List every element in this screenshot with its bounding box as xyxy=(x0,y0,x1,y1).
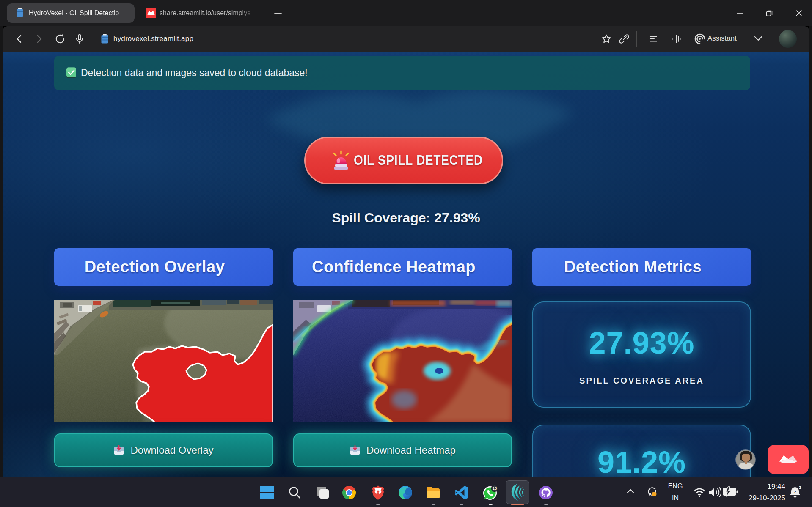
svg-text:z: z xyxy=(794,489,796,494)
svg-text:15: 15 xyxy=(493,486,497,491)
svg-text:z: z xyxy=(799,485,801,490)
